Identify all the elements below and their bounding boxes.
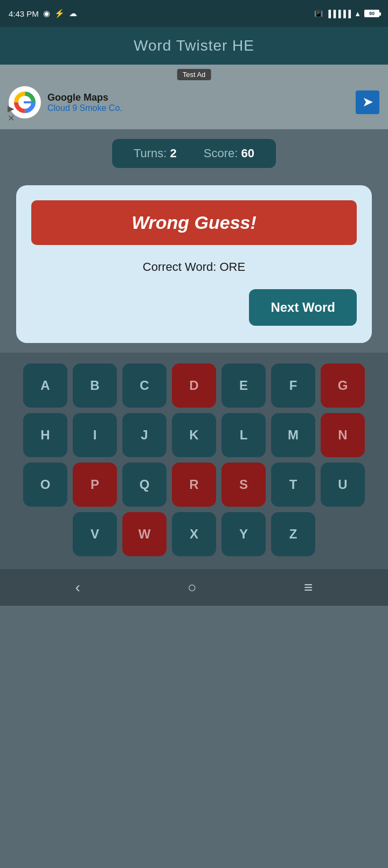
nav-bar: ‹ ○ ≡ [0, 569, 388, 606]
key-w[interactable]: W [122, 512, 167, 556]
key-q[interactable]: Q [122, 463, 167, 507]
key-z[interactable]: Z [271, 512, 315, 556]
status-bar-left: 4:43 PM ◉ ⚡ ☁ [9, 9, 77, 18]
back-button[interactable]: ‹ [75, 579, 80, 596]
ad-controls: ▶ ✕ [8, 104, 15, 123]
usb-icon: ⚡ [54, 9, 65, 18]
key-f[interactable]: F [271, 363, 315, 408]
key-c[interactable]: C [122, 363, 167, 408]
score-label: Score: 60 [204, 146, 254, 160]
whatsapp-icon: ◉ [43, 9, 50, 18]
key-d[interactable]: D [172, 363, 216, 408]
ad-arrow-button[interactable]: ➤ [356, 90, 379, 114]
ad-label: Test Ad [177, 69, 211, 80]
key-y[interactable]: Y [221, 512, 266, 556]
key-o[interactable]: O [23, 463, 67, 507]
time-display: 4:43 PM [9, 9, 39, 18]
battery-icon: 90 [364, 10, 379, 17]
key-l[interactable]: L [221, 413, 266, 457]
keyboard-area: ABCDEFGHIJKLMNOPQRSTUVWXYZ [0, 353, 388, 569]
key-i[interactable]: I [73, 413, 117, 457]
key-u[interactable]: U [321, 463, 365, 507]
menu-button[interactable]: ≡ [304, 579, 313, 596]
key-t[interactable]: T [271, 463, 315, 507]
ad-play-icon[interactable]: ▶ [8, 104, 15, 113]
signal-icon: ▐▐▐▐▐ [326, 10, 351, 18]
correct-word-display: Correct Word: ORE [31, 260, 357, 274]
key-a[interactable]: A [23, 363, 67, 408]
ad-banner[interactable]: Test Ad Google Maps Cloud 9 Smoke Co. ➤ … [0, 65, 388, 129]
key-m[interactable]: M [271, 413, 315, 457]
cloud-icon: ☁ [69, 9, 77, 18]
next-word-wrap: Next Word [31, 289, 357, 326]
wrong-guess-banner: Wrong Guess! [31, 200, 357, 245]
key-x[interactable]: X [172, 512, 216, 556]
ad-direction-icon: ➤ [363, 95, 372, 109]
key-k[interactable]: K [172, 413, 216, 457]
next-word-button[interactable]: Next Word [249, 289, 357, 326]
vibrate-icon: 📳 [314, 10, 323, 18]
key-b[interactable]: B [73, 363, 117, 408]
ad-company-subtitle: Cloud 9 Smoke Co. [47, 103, 349, 113]
key-v[interactable]: V [73, 512, 117, 556]
dialog-wrap: Wrong Guess! Correct Word: ORE Next Word [0, 176, 388, 353]
score-bar-wrap: Turns: 2 Score: 60 [0, 129, 388, 176]
keyboard-row: VWXYZ [8, 512, 380, 556]
status-bar: 4:43 PM ◉ ⚡ ☁ 📳 ▐▐▐▐▐ ▲ 90 [0, 0, 388, 27]
result-dialog: Wrong Guess! Correct Word: ORE Next Word [16, 185, 372, 343]
ad-company-name: Google Maps [47, 92, 349, 103]
turns-label: Turns: 2 [134, 146, 177, 160]
score-bar: Turns: 2 Score: 60 [112, 139, 276, 168]
app-title: Word Twister HE [134, 37, 254, 54]
app-header: Word Twister HE [0, 27, 388, 65]
keyboard-row: ABCDEFG [8, 363, 380, 408]
key-r[interactable]: R [172, 463, 216, 507]
keyboard-row: OPQRSTU [8, 463, 380, 507]
ad-close-icon[interactable]: ✕ [8, 114, 15, 123]
home-button[interactable]: ○ [188, 579, 197, 596]
key-p[interactable]: P [73, 463, 117, 507]
wrong-guess-text: Wrong Guess! [131, 212, 257, 233]
key-h[interactable]: H [23, 413, 67, 457]
key-e[interactable]: E [221, 363, 266, 408]
score-value: 60 [241, 146, 254, 160]
key-s[interactable]: S [221, 463, 266, 507]
turns-value: 2 [170, 146, 177, 160]
key-g[interactable]: G [321, 363, 365, 408]
status-bar-right: 📳 ▐▐▐▐▐ ▲ 90 [314, 10, 379, 18]
keyboard-row: HIJKLMN [8, 413, 380, 457]
ad-text: Google Maps Cloud 9 Smoke Co. [47, 92, 349, 113]
key-n[interactable]: N [321, 413, 365, 457]
svg-rect-4 [24, 101, 31, 103]
key-j[interactable]: J [122, 413, 167, 457]
wifi-icon: ▲ [354, 10, 361, 18]
